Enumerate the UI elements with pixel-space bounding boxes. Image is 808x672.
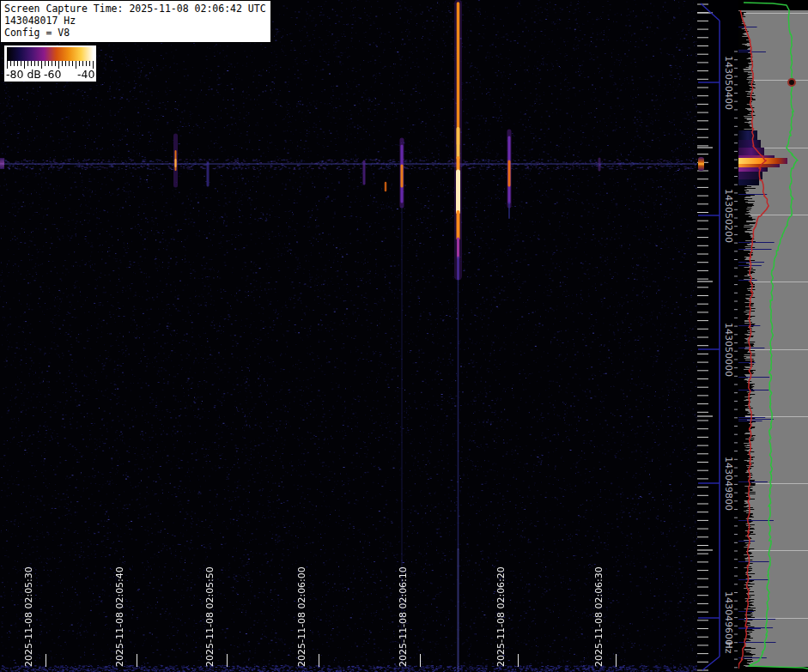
carrier-marker-ruler [698,157,704,171]
time-tick [46,654,46,667]
frequency-unit-label: Hz [721,608,735,672]
carrier-marker-left-edge [0,158,4,169]
time-label: 2025-11-08 02:05:30 [23,566,34,667]
legend-labels: -80 dB -60 -40 [4,68,96,81]
frequency-label: 143049800 [721,445,735,522]
time-tick [319,654,319,667]
time-tick [227,654,228,667]
legend-mid-label: -60 [44,68,61,81]
time-label: 2025-11-08 02:05:40 [114,566,125,667]
cursor-dot-marker[interactable] [787,78,796,87]
time-label: 2025-11-08 02:06:20 [495,566,507,667]
spectrumlab-window: Screen Capture Time: 2025-11-08 02:06:42… [0,0,808,672]
frequency-label-text: 143050000 [723,323,734,377]
time-tick [420,654,421,667]
legend-max-label: -40 [77,68,94,81]
spectrum-graph-panel[interactable] [738,0,808,672]
frequency-unit-text: Hz [722,641,733,653]
time-label: 2025-11-08 02:06:30 [593,566,604,667]
frequency-label-text: 143049800 [723,457,734,511]
center-frequency-text: 143048017 Hz [4,15,266,27]
frequency-label: 143050000 [721,311,735,388]
frequency-label: 143050400 [721,44,735,121]
time-tick [137,654,137,667]
capture-info-box: Screen Capture Time: 2025-11-08 02:06:42… [0,0,271,43]
capture-time-text: Screen Capture Time: 2025-11-08 02:06:42… [4,3,266,15]
time-label: 2025-11-08 02:06:00 [296,566,307,667]
time-label: 2025-11-08 02:06:10 [398,566,409,667]
color-scale-legend: -80 dB -60 -40 [4,45,96,82]
time-tick [518,654,519,667]
frequency-label: 143050200 [721,177,735,254]
time-label: 2025-11-08 02:05:50 [204,566,216,667]
colormap-gradient-bar [7,47,94,61]
config-text: Config = V8 [4,27,266,39]
legend-min-label: -80 dB [6,68,41,81]
time-tick [616,654,617,667]
frequency-label-text: 143050400 [723,56,734,110]
frequency-label-text: 143050200 [723,189,734,243]
